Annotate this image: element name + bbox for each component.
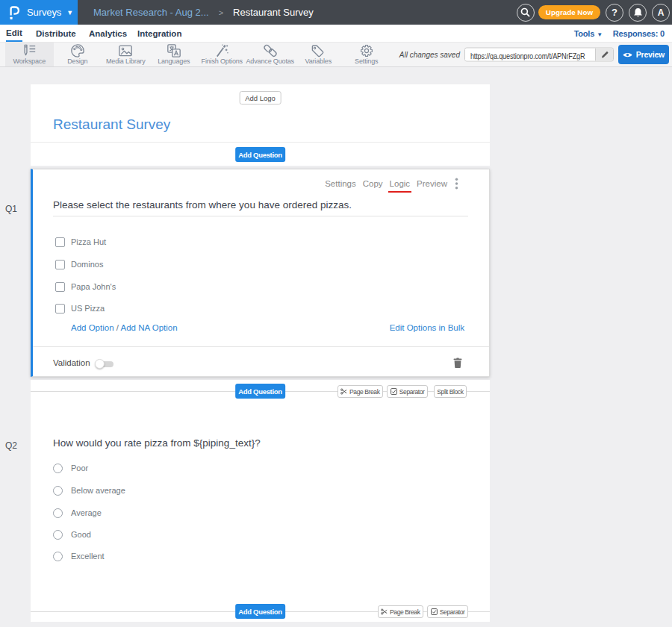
option-row: Good (53, 529, 91, 540)
survey-title[interactable]: Restaurant Survey (53, 116, 170, 133)
question-block-q1[interactable]: Settings Copy Logic Preview Please selec… (31, 169, 490, 377)
breadcrumb-parent[interactable]: Market Research - Aug 2... (93, 7, 209, 18)
option-row: Dominos (55, 259, 103, 269)
checkbox[interactable] (55, 260, 65, 269)
option-row: Excellent (53, 551, 105, 561)
save-status: All changes saved (399, 51, 460, 59)
add-logo-button[interactable]: Add Logo (239, 91, 281, 104)
notifications-button[interactable] (629, 4, 647, 22)
option-row: Below average (53, 485, 125, 496)
checkbox[interactable] (55, 304, 65, 314)
question-settings-link[interactable]: Settings (325, 179, 356, 188)
breadcrumb: Market Research - Aug 2... > Restaurant … (78, 0, 314, 25)
option-label[interactable]: US Pizza (71, 304, 105, 313)
product-name: Surveys (27, 7, 61, 18)
option-row: Poor (53, 463, 88, 473)
search-button[interactable] (517, 4, 535, 22)
languages-icon (167, 44, 181, 57)
page-break-button[interactable]: Page Break (378, 605, 423, 618)
brand-menu[interactable]: Surveys ▼ (0, 0, 78, 25)
avatar[interactable]: A (652, 4, 670, 22)
radio[interactable] (53, 464, 63, 473)
bell-icon (633, 7, 643, 18)
survey-toolbar: Workspace Design Media Library Languages… (0, 43, 672, 67)
radio[interactable] (53, 508, 63, 518)
share-url-field (465, 49, 595, 61)
toolbar-item-design[interactable]: Design (54, 43, 102, 66)
question-actions: Settings Copy Logic Preview (318, 179, 447, 188)
radio[interactable] (53, 530, 63, 540)
preview-button[interactable]: Preview (618, 45, 669, 64)
checkbox[interactable] (55, 282, 65, 292)
toolbar-item-variables[interactable]: Variables (294, 43, 343, 66)
main-nav: Edit Distribute Analytics Integration To… (0, 25, 672, 43)
validation-label: Validation (53, 358, 90, 367)
tab-edit[interactable]: Edit (6, 25, 22, 42)
divider (33, 346, 489, 347)
option-label[interactable]: Papa John's (71, 282, 116, 291)
breadcrumb-separator-icon: > (219, 8, 223, 17)
option-label[interactable]: Dominos (71, 260, 103, 269)
tab-integration[interactable]: Integration (137, 25, 181, 42)
page-break-button[interactable]: Page Break (337, 385, 383, 398)
question-logic-link[interactable]: Logic (390, 179, 411, 188)
responses-count[interactable]: Responses: 0 (613, 29, 665, 38)
tools-menu[interactable]: Tools▼ (574, 29, 603, 38)
option-label[interactable]: Below average (71, 486, 125, 495)
question-menu-button[interactable] (455, 178, 458, 193)
chevron-down-icon: ▼ (66, 9, 73, 16)
question-preview-link[interactable]: Preview (417, 179, 447, 188)
delete-question-button[interactable] (453, 358, 462, 371)
option-label[interactable]: Poor (71, 464, 88, 472)
add-question-button-bottom[interactable]: Add Question (235, 604, 286, 619)
question-text-q1[interactable]: Please select the restaurants from where… (53, 199, 352, 210)
question-text-q2[interactable]: How would you rate pizza from ${piping_t… (53, 437, 261, 449)
design-icon (70, 44, 85, 57)
add-question-button-mid[interactable]: Add Question (235, 384, 286, 399)
radio[interactable] (53, 552, 63, 561)
toolbar-item-media-library[interactable]: Media Library (102, 43, 150, 66)
toolbar-item-languages[interactable]: Languages (150, 43, 199, 66)
toolbar-item-workspace[interactable]: Workspace (5, 43, 54, 66)
help-button[interactable]: ? (606, 4, 623, 22)
share-url-group (464, 48, 614, 62)
validation-toggle[interactable] (96, 361, 113, 367)
question-mark-icon: ? (612, 7, 617, 18)
edit-options-bulk-link[interactable]: Edit Options in Bulk (390, 323, 464, 332)
checkbox[interactable] (55, 237, 65, 247)
separator-icon (391, 388, 397, 395)
upgrade-now-button[interactable]: Upgrade Now (538, 5, 600, 19)
trash-icon (453, 358, 462, 368)
toolbar-item-settings[interactable]: Settings (343, 43, 391, 66)
toolbar-item-finish-options[interactable]: Finish Options (198, 43, 246, 66)
question-number-q2: Q2 (5, 440, 17, 451)
divider (31, 142, 490, 143)
questionpro-logo-icon (9, 6, 20, 19)
share-url-input[interactable] (465, 49, 595, 61)
toolbar-item-advance-quotas[interactable]: Advance Quotas (246, 43, 295, 66)
question-block-q2[interactable]: Add Question Page Break Separator Split … (31, 380, 490, 622)
separator-button[interactable]: Separator (387, 385, 428, 398)
topbar-actions: Upgrade Now ? A (517, 0, 672, 25)
option-row: Pizza Hut (55, 237, 106, 247)
settings-icon (359, 44, 374, 57)
split-block-button[interactable]: Split Block (434, 385, 467, 398)
separator-button[interactable]: Separator (427, 605, 468, 618)
radio[interactable] (53, 486, 63, 496)
add-na-option-link[interactable]: Add NA Option (121, 323, 178, 332)
tab-analytics[interactable]: Analytics (89, 25, 127, 42)
option-label[interactable]: Good (71, 530, 91, 539)
add-question-button-top[interactable]: Add Question (235, 147, 286, 162)
chevron-down-icon: ▼ (597, 31, 603, 38)
toggle-knob (95, 359, 105, 369)
option-label[interactable]: Excellent (71, 552, 105, 561)
option-label[interactable]: Pizza Hut (71, 237, 106, 246)
question-copy-link[interactable]: Copy (363, 179, 383, 188)
tab-distribute[interactable]: Distribute (36, 25, 76, 42)
edit-url-button[interactable] (595, 49, 613, 61)
survey-canvas: Q1 Q2 Add Logo Restaurant Survey Add Que… (0, 67, 672, 627)
option-label[interactable]: Average (71, 508, 102, 517)
add-option-link[interactable]: Add Option (71, 323, 114, 332)
option-row: Average (53, 508, 102, 518)
separator-icon (431, 608, 438, 615)
